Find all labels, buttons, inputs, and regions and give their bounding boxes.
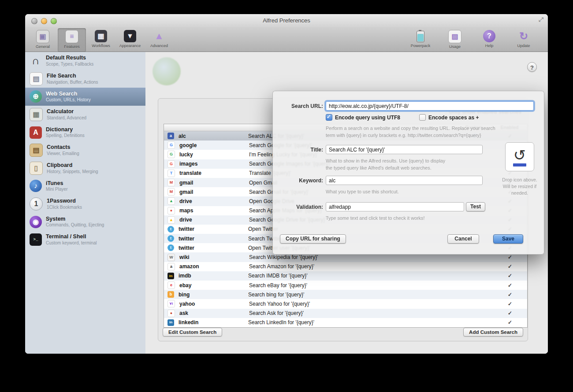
enabled-checkmark: ✓ [508,310,512,316]
table-row-amazon[interactable]: aamazonSearch Amazon for '{query}'✓ [164,262,527,271]
web-search-icon: ⊕ [30,90,42,103]
itunes-icon: ♪ [30,180,42,192]
traffic-lights [31,18,57,24]
test-button[interactable]: Test [466,202,485,211]
row-enabled-cell[interactable]: ✓ [493,292,527,298]
row-enabled-cell[interactable]: ✓ [493,263,527,270]
cancel-button[interactable]: Cancel [447,234,479,244]
terminal-shell-icon: >_ [30,233,42,246]
table-row-imdb[interactable]: imimdbSearch IMDB for '{query}'✓ [164,271,527,281]
row-enabled-cell[interactable]: ✓ [493,282,527,288]
table-row-yahoo[interactable]: Y!yahooSearch Yahoo for '{query}'✓ [164,299,527,308]
search-icon-dropwell[interactable]: ↺ [505,142,534,171]
minimize-button[interactable] [41,18,47,24]
validation-input[interactable] [326,202,464,211]
sidebar-item-title: iTunes [46,180,67,187]
search-url-label: Search URL: [276,103,323,109]
toolbar-tab-advanced[interactable]: ▲Advanced [145,28,173,52]
toolbar-tab-features[interactable]: ≡Features [58,28,86,52]
toolbar-tab-label: Appearance [119,44,141,48]
row-enabled-cell[interactable]: ✓ [493,301,527,307]
encode-spaces-option[interactable]: Encode spaces as + [419,114,479,121]
window-body: ∩Default ResultsScope, Types, Fallbacks▤… [25,52,548,354]
sidebar-item-dictionary[interactable]: ADictionarySpelling, Definitions [25,123,145,141]
search-url-input[interactable] [326,101,534,111]
keyword-input[interactable] [326,176,483,185]
sidebar-item-subtitle: 1Click Bookmarks [47,205,82,210]
row-enabled-cell[interactable]: ✓ [493,254,527,260]
toolbar-tab-appearance[interactable]: ▼Appearance [116,28,144,52]
row-description: Search Wikipedia for '{query}' [249,254,456,260]
sidebar-item-calculator[interactable]: ▦CalculatorStandard, Advanced [25,106,145,124]
sidebar-item-subtitle: Custom keyword, terminal [46,240,97,246]
copy-url-button[interactable]: Copy URL for sharing [280,234,346,244]
encode-spaces-checkbox[interactable] [419,114,426,121]
toolbar-tab-label: Advanced [150,44,168,48]
sidebar-item-title: 1Password [47,198,82,205]
sidebar-item-web-search[interactable]: ⊕Web SearchCustom, URLs, History [25,88,145,106]
row-keyword: bing [179,292,248,298]
encode-spaces-label: Encode spaces as + [428,115,479,121]
row-description: Search eBay for '{query}' [249,282,456,288]
enabled-checkmark: ✓ [508,254,512,260]
toolbar-button-usage[interactable]: ▨Usage [442,29,468,49]
table-row-ebay[interactable]: eebaySearch eBay for '{query}'✓ [164,281,527,290]
validation-label: Validation: [276,204,323,210]
row-enabled-cell[interactable]: ✓ [493,310,527,316]
row-enabled-cell[interactable]: ✓ [493,273,527,279]
sidebar-item-1password[interactable]: 11Password1Click Bookmarks [25,195,145,213]
table-row-bing[interactable]: bbingSearch bing for '{query}'✓ [164,290,527,299]
pane-help-button[interactable]: ? [527,62,537,72]
twitter-search-icon: t [167,235,174,242]
table-row-ask[interactable]: ●askSearch Ask for '{query}'✓ [164,309,527,318]
row-keyword: imdb [179,273,248,279]
1password-icon: 1 [30,197,43,211]
twitter-open-search-icon: t [167,226,174,233]
sidebar-item-contacts[interactable]: ▤ContactsViewer, Emailing [25,141,145,159]
row-description: Search Amazon for '{query}' [249,263,456,270]
row-description: Search IMDB for '{query}' [248,273,456,279]
alc-search-icon: a [167,133,174,139]
row-keyword: twitter [179,245,248,251]
sidebar-item-system[interactable]: ◉SystemCommands, Quitting, Ejecting [25,213,145,231]
sidebar-item-subtitle: Custom, URLs, History [46,97,91,103]
sidebar-item-clipboard[interactable]: ▯ClipboardHistory, Snippets, Merging [25,159,145,178]
sidebar-item-subtitle: Viewer, Emailing [47,151,79,156]
gmail-search-icon: M [167,188,175,196]
sidebar-item-file-search[interactable]: ▤File SearchNavigation, Buffer, Actions [25,70,145,88]
powerpack-icon [417,31,424,42]
close-button[interactable] [31,18,37,24]
yahoo-search-icon: Y! [167,300,175,307]
sidebar-item-itunes[interactable]: ♪iTunesMini Player [25,177,145,195]
title-input[interactable] [326,145,483,154]
keyword-label: Keyword: [276,178,323,184]
row-keyword: amazon [179,263,249,270]
row-description: Search LinkedIn for '{query}' [248,319,456,325]
resize-icon[interactable]: ⤢ [539,16,543,23]
table-row-linkedin[interactable]: inlinkedinSearch LinkedIn for '{query}'✓ [164,318,527,327]
toolbar-button-update[interactable]: ↻Update [511,29,536,49]
row-keyword: yahoo [179,301,249,307]
zoom-button[interactable] [51,18,57,24]
toolbar-tab-workflows[interactable]: ▦Workflows [87,28,115,52]
images-search-icon: G [167,160,175,168]
update-icon: ↻ [517,30,530,42]
add-custom-search-button[interactable]: Add Custom Search [463,328,523,337]
window-title: Alfred Preferences [25,14,548,27]
sidebar-item-default-results[interactable]: ∩Default ResultsScope, Types, Fallbacks [25,52,145,70]
toolbar-tool-label: Usage [449,44,461,49]
row-description: Search Ask for '{query}' [249,310,456,316]
encode-query-option[interactable]: Encode query using UTF8 [326,114,400,121]
toolbar-tool-label: Update [517,44,530,48]
edit-custom-search-button[interactable]: Edit Custom Search [163,328,222,337]
toolbar-button-help[interactable]: ?Help [476,29,502,49]
features-icon: ≡ [65,30,78,43]
sidebar-item-terminal-shell[interactable]: >_Terminal / ShellCustom keyword, termin… [25,231,145,249]
titlebar[interactable]: Alfred Preferences ⤢ [25,14,548,27]
encode-query-checkbox[interactable] [326,114,332,121]
toolbar-button-powerpack[interactable]: Powerpack [408,29,433,49]
imdb-search-icon: im [167,273,174,279]
toolbar-tab-general[interactable]: ▣General [29,28,57,52]
row-enabled-cell[interactable]: ✓ [493,319,527,325]
save-button[interactable]: Save [493,234,523,244]
